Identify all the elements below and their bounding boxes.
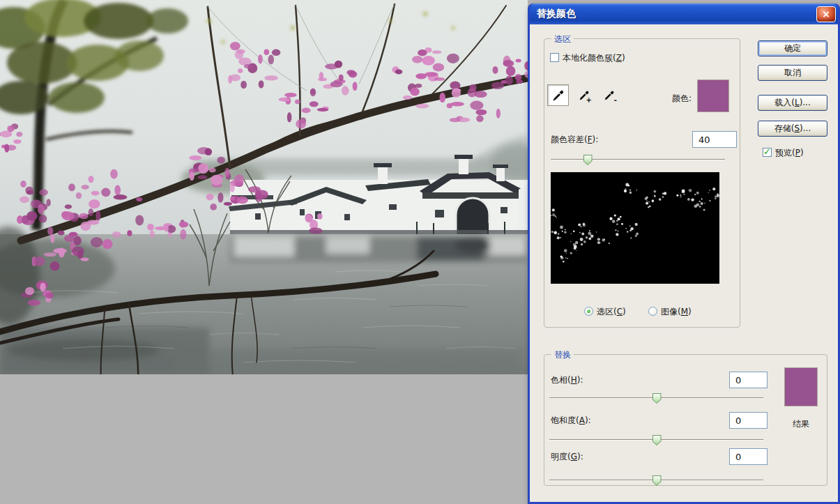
result-label: 结果 [784,418,818,430]
saturation-slider[interactable] [549,434,763,445]
document-photo[interactable] [0,0,528,374]
radio-image[interactable] [648,307,657,316]
lightness-slider-thumb[interactable] [652,475,662,486]
eyedropper-add-button[interactable]: + [576,87,593,104]
fuzziness-input[interactable] [692,131,737,148]
load-button[interactable]: 载入(L)... [758,95,827,111]
lightness-input[interactable] [729,448,768,465]
color-label: 颜色: [657,93,692,105]
eyedropper-icon [551,89,565,102]
selection-group-title: 选区 [551,33,574,45]
saturation-label: 饱和度(A): [551,415,591,427]
lightness-label: 明度(G): [551,451,583,463]
cancel-button[interactable]: 取消 [758,65,827,81]
village-reflection [230,237,528,262]
replacement-group-title: 替换 [551,349,574,361]
selected-color-swatch[interactable] [697,79,729,112]
saturation-input[interactable] [729,412,768,429]
preview-checkbox[interactable] [763,148,772,157]
replace-color-dialog: 替换颜色 × 选区 本地化颜色簇(Z) + [528,3,840,504]
preview-checkbox-label: 预览(P) [775,147,804,159]
lightness-slider[interactable] [549,475,763,486]
hue-label: 色相(H): [551,374,583,386]
close-icon[interactable]: × [816,6,836,22]
localized-clusters-label: 本地化颜色簇(Z) [563,52,625,64]
mask-preview [551,172,719,284]
dialog-title: 替换颜色 [537,8,576,20]
fuzziness-label: 颜色容差(F): [551,134,598,146]
ok-button[interactable]: 确定 [758,40,827,56]
fuzziness-slider-thumb[interactable] [583,155,593,165]
hue-input[interactable] [729,372,768,388]
saturation-slider-thumb[interactable] [652,435,662,445]
radio-image-label: 图像(M) [661,306,692,318]
radio-selection[interactable] [584,307,593,316]
hue-slider-thumb[interactable] [652,393,662,404]
localized-clusters-checkbox[interactable] [550,53,559,62]
eyedropper-subtract-button[interactable]: - [601,87,618,104]
result-color-swatch[interactable] [784,367,818,406]
radio-selection-label: 选区(C) [597,306,626,318]
dialog-titlebar[interactable]: 替换颜色 × [530,3,838,24]
dialog-body: 选区 本地化颜色簇(Z) + - 颜色: 颜色容 [530,24,838,502]
save-button[interactable]: 存储(S)... [758,121,827,137]
eyedropper-sample-button[interactable] [547,84,569,106]
fuzziness-slider[interactable] [551,154,725,165]
hue-slider[interactable] [549,392,763,404]
fuzziness-slider-track [551,159,725,160]
